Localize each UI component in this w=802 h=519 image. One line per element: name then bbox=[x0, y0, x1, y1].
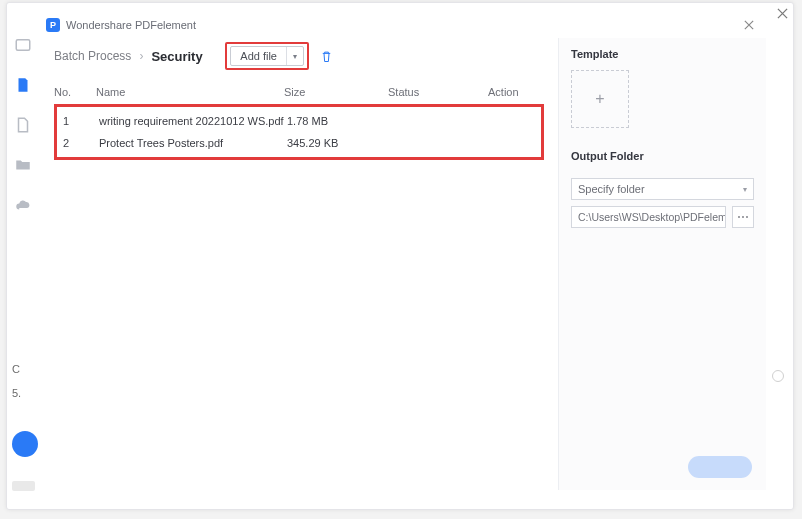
add-file-button[interactable]: Add file ▾ bbox=[230, 46, 304, 66]
col-name: Name bbox=[96, 86, 284, 98]
left-pill bbox=[12, 431, 38, 457]
browse-button[interactable]: ⋯ bbox=[732, 206, 754, 228]
left-rail bbox=[10, 36, 36, 214]
svg-rect-0 bbox=[16, 40, 30, 51]
modal-titlebar: P Wondershare PDFelement bbox=[38, 14, 766, 36]
template-title: Template bbox=[571, 48, 754, 60]
rail-icon-1[interactable] bbox=[14, 36, 32, 54]
rows-highlight: 1 writing requirement 20221012 WS.pdf 1.… bbox=[54, 104, 544, 160]
chevron-down-icon[interactable]: ▾ bbox=[287, 52, 303, 61]
rail-icon-cloud[interactable] bbox=[14, 196, 32, 214]
output-folder-title: Output Folder bbox=[571, 150, 754, 162]
cell-no: 2 bbox=[57, 137, 99, 149]
left-bar bbox=[12, 481, 35, 491]
trash-icon[interactable] bbox=[319, 49, 334, 64]
chevron-down-icon: ▾ bbox=[743, 185, 747, 194]
table-row[interactable]: 2 Protect Trees Posters.pdf 345.29 KB bbox=[57, 132, 541, 154]
apply-button[interactable] bbox=[688, 456, 752, 478]
table-header: No. Name Size Status Action bbox=[54, 82, 544, 102]
cell-size: 345.29 KB bbox=[287, 137, 391, 149]
toolbar: Add file ▾ bbox=[225, 42, 334, 70]
add-template-button[interactable]: + bbox=[571, 70, 629, 128]
col-action: Action bbox=[488, 86, 544, 98]
cell-no: 1 bbox=[57, 115, 99, 127]
breadcrumb-current: Security bbox=[151, 49, 202, 64]
breadcrumb-root[interactable]: Batch Process bbox=[54, 49, 131, 63]
add-file-highlight: Add file ▾ bbox=[225, 42, 309, 70]
cell-name: Protect Trees Posters.pdf bbox=[99, 137, 287, 149]
col-no: No. bbox=[54, 86, 96, 98]
col-size: Size bbox=[284, 86, 388, 98]
chevron-right-icon: › bbox=[139, 49, 143, 63]
output-path-text: C:\Users\WS\Desktop\PDFelement\Sec bbox=[578, 211, 726, 223]
side-panel: Template + Output Folder Specify folder … bbox=[558, 38, 766, 490]
modal-close-button[interactable] bbox=[740, 18, 758, 33]
specify-folder-select[interactable]: Specify folder ▾ bbox=[571, 178, 754, 200]
specify-folder-label: Specify folder bbox=[578, 183, 645, 195]
add-file-label: Add file bbox=[231, 47, 287, 65]
main-column: Batch Process › Security Add file ▾ No. … bbox=[38, 38, 558, 490]
rail-icon-folder[interactable] bbox=[14, 156, 32, 174]
left-fragment-n: 5. bbox=[12, 387, 21, 399]
col-status: Status bbox=[388, 86, 488, 98]
outer-close-button[interactable] bbox=[768, 2, 796, 24]
rail-icon-doc[interactable] bbox=[14, 76, 32, 94]
output-path-field[interactable]: C:\Users\WS\Desktop\PDFelement\Sec bbox=[571, 206, 726, 228]
app-title: Wondershare PDFelement bbox=[66, 19, 196, 31]
left-fragment-c: C bbox=[12, 363, 20, 375]
right-dot-icon bbox=[772, 370, 784, 382]
rail-icon-file[interactable] bbox=[14, 116, 32, 134]
table-row[interactable]: 1 writing requirement 20221012 WS.pdf 1.… bbox=[57, 110, 541, 132]
plus-icon: + bbox=[595, 90, 604, 108]
app-logo-icon: P bbox=[46, 18, 60, 32]
ellipsis-icon: ⋯ bbox=[737, 210, 749, 224]
cell-name: writing requirement 20221012 WS.pdf bbox=[99, 115, 287, 127]
cell-size: 1.78 MB bbox=[287, 115, 391, 127]
modal-body: Batch Process › Security Add file ▾ No. … bbox=[38, 38, 766, 490]
